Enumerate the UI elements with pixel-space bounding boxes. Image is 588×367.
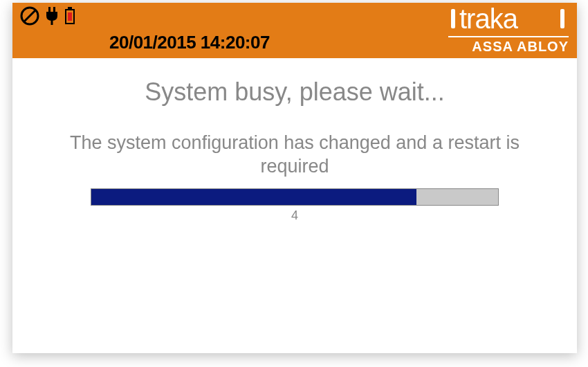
brand-logo: traka xyxy=(448,4,569,36)
svg-rect-4 xyxy=(51,20,53,25)
progress-fill xyxy=(91,189,416,205)
brand-divider xyxy=(448,36,569,37)
header-status-icons xyxy=(19,6,76,26)
svg-text:traka: traka xyxy=(459,5,519,34)
usb-icon xyxy=(64,6,76,26)
header-bar: 20/01/2015 14:20:07 traka ASSA ABLOY xyxy=(12,3,577,58)
brand-parent-label: ASSA ABLOY xyxy=(448,39,569,55)
svg-rect-10 xyxy=(560,9,564,28)
svg-line-1 xyxy=(24,10,35,21)
progress-count-label: 4 xyxy=(91,208,499,223)
svg-rect-7 xyxy=(68,12,72,21)
app-frame: 20/01/2015 14:20:07 traka ASSA ABLOY Sys… xyxy=(12,3,577,353)
progress-container: 4 xyxy=(91,188,499,223)
busy-title: System busy, please wait... xyxy=(33,78,556,107)
svg-rect-2 xyxy=(48,7,50,12)
plug-icon xyxy=(44,6,59,26)
svg-rect-3 xyxy=(53,7,55,12)
datetime-label: 20/01/2015 14:20:07 xyxy=(109,32,270,53)
brand-block: traka ASSA ABLOY xyxy=(448,4,569,55)
prohibit-icon xyxy=(19,6,40,26)
busy-message: The system configuration has changed and… xyxy=(33,132,556,179)
content-area: System busy, please wait... The system c… xyxy=(12,58,577,223)
progress-bar xyxy=(91,188,499,206)
svg-rect-8 xyxy=(451,9,455,28)
